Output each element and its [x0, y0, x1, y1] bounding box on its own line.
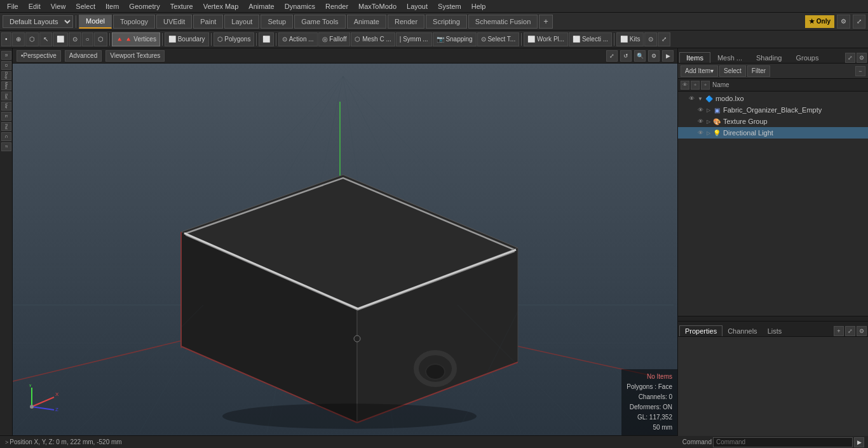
eye-icon-2[interactable]: 👁 [696, 105, 705, 114]
menu-render[interactable]: Render [321, 1, 353, 11]
prop-plus-icon[interactable]: + [834, 326, 844, 336]
filter-button[interactable]: Filter [747, 65, 770, 77]
viewport-icon-expand[interactable]: ▶ [662, 50, 674, 62]
expand-arrow-3[interactable]: ▷ [707, 119, 710, 125]
tree-row-fabric[interactable]: 👁 ▷ ▣ Fabric_Organizer_Black_Empty [678, 104, 868, 116]
tree-row-texture-group[interactable]: 👁 ▷ 🎨 Texture Group [678, 116, 868, 127]
sidebar-icon-1[interactable]: B [1, 51, 11, 60]
tab-scripting[interactable]: Scripting [426, 15, 467, 29]
command-input[interactable] [713, 437, 853, 447]
menu-file[interactable]: File [3, 1, 23, 11]
eye-icon-1[interactable]: 👁 [687, 94, 696, 103]
tab-channels[interactable]: Channels [722, 326, 762, 336]
tab-uvedit[interactable]: UVEdit [156, 15, 192, 29]
tab-topology[interactable]: Topology [113, 15, 155, 29]
tab-model[interactable]: Model [79, 15, 112, 29]
tool-square[interactable]: ⬜ [259, 32, 274, 46]
eye-icon-4[interactable]: 👁 [696, 128, 705, 137]
tab-animate[interactable]: Animate [347, 15, 386, 29]
sidebar-icon-4[interactable]: Mes [1, 81, 11, 90]
status-expand-arrow[interactable]: > [4, 439, 10, 445]
tab-gametools[interactable]: Game Tools [294, 15, 346, 29]
tool-box[interactable]: ⬜ [53, 32, 68, 46]
tool-circle2[interactable]: ⊙ [644, 32, 657, 46]
tree-row-modo-lxo[interactable]: 👁 ▼ 🔷 modo.lxo [678, 93, 868, 104]
expand-arrow-2[interactable]: ▷ [707, 107, 710, 113]
tab-schematic[interactable]: Schematic Fusion [468, 15, 538, 29]
menu-dynamics[interactable]: Dynamics [280, 1, 320, 11]
tool-transform[interactable]: ⊕ [12, 32, 25, 46]
layout-expand-button[interactable]: ⤢ [853, 15, 865, 29]
tab-setup[interactable]: Setup [261, 15, 293, 29]
mesh-button[interactable]: ⬡ Mesh C ... [351, 32, 395, 46]
snapping-button[interactable]: 📷 Snapping [433, 32, 477, 46]
lock-icon[interactable]: + [691, 81, 700, 90]
panel-expand-icon[interactable]: ⤢ [845, 53, 855, 63]
tree-row-directional-light[interactable]: 👁 ▷ 💡 Directional Light [678, 127, 868, 139]
perspective-dropdown[interactable]: • Perspective [17, 50, 61, 62]
panel-settings-icon[interactable]: ⚙ [857, 53, 867, 63]
viewport-icon-arrows[interactable]: ⤢ [606, 50, 618, 62]
menu-layout[interactable]: Layout [402, 1, 432, 11]
viewport-icon-settings[interactable]: ⚙ [648, 50, 660, 62]
sidebar-icon-7[interactable]: E [1, 112, 11, 121]
sidebar-icon-10[interactable]: F [1, 142, 11, 151]
vertices-button[interactable]: 🔺 🔺 Vertices [112, 32, 160, 46]
action-button[interactable]: ⊙ Action ... [278, 32, 317, 46]
select-tool-button[interactable]: ⊙ Select T... [477, 32, 520, 46]
tool-arrow[interactable]: ↖ [39, 32, 52, 46]
tab-mesh[interactable]: Mesh ... [710, 52, 749, 63]
workplane-button[interactable]: ⬜ Work Pl... [524, 32, 568, 46]
advanced-button[interactable]: Advanced [65, 50, 102, 62]
prop-settings-icon[interactable]: ⚙ [857, 326, 867, 336]
menu-vertexmap[interactable]: Vertex Map [199, 1, 243, 11]
eye-icon-3[interactable]: 👁 [696, 117, 705, 126]
selection-button[interactable]: ⬜ Selecti ... [569, 32, 612, 46]
scene-canvas[interactable]: X Y Z No Items Polygons : Face Channels:… [13, 64, 677, 435]
boundary-button[interactable]: ⬜ PerspectiveBoundary [165, 32, 209, 46]
star-only-button[interactable]: ★ Only [805, 15, 834, 28]
tab-plus[interactable]: + [539, 15, 553, 29]
command-go-button[interactable]: ▶ [854, 437, 864, 447]
menu-item[interactable]: Item [101, 1, 123, 11]
tab-paint[interactable]: Paint [193, 15, 223, 29]
falloff-button[interactable]: ◎ Falloff [318, 32, 351, 46]
menu-select[interactable]: Select [71, 1, 100, 11]
viewport-icon-refresh[interactable]: ↺ [620, 50, 632, 62]
menu-geometry[interactable]: Geometry [125, 1, 164, 11]
tool-mesh[interactable]: ⬡ [94, 32, 107, 46]
menu-maxtomodo[interactable]: MaxToModo [354, 1, 401, 11]
tool-select-icon[interactable]: • [1, 32, 11, 46]
add-item-button[interactable]: Add Item ▾ [681, 65, 718, 77]
menu-texture[interactable]: Texture [166, 1, 198, 11]
render-icon[interactable]: + [701, 81, 710, 90]
polygons-button[interactable]: ⬡ Polygons [214, 32, 255, 46]
sidebar-icon-6[interactable]: Ver [1, 102, 11, 111]
expand-arrow-4[interactable]: ▷ [707, 130, 710, 136]
sidebar-icon-9[interactable]: C [1, 132, 11, 141]
kits-button[interactable]: ⬜ Kits [616, 32, 644, 46]
menu-view[interactable]: View [46, 1, 71, 11]
tab-layout[interactable]: Layout [224, 15, 259, 29]
layout-settings-button[interactable]: ⚙ [837, 15, 850, 29]
items-minus-icon[interactable]: − [855, 66, 865, 76]
symmetry-button[interactable]: | Symm ... [396, 32, 432, 46]
tab-groups[interactable]: Groups [789, 52, 825, 63]
menu-animate[interactable]: Animate [244, 1, 278, 11]
prop-expand-icon[interactable]: ⤢ [845, 326, 855, 336]
tab-properties[interactable]: Properties [679, 325, 722, 336]
menu-help[interactable]: Help [467, 1, 491, 11]
viewport-textures-button[interactable]: Viewport Textures [105, 50, 165, 62]
menu-edit[interactable]: Edit [24, 1, 45, 11]
tab-render[interactable]: Render [388, 15, 424, 29]
tab-items[interactable]: Items [679, 52, 710, 63]
tool-expand[interactable]: ⤢ [658, 32, 670, 46]
viewport-icon-search[interactable]: 🔍 [634, 50, 646, 62]
sidebar-icon-2[interactable]: D [1, 61, 11, 70]
expand-arrow-1[interactable]: ▼ [698, 96, 703, 102]
sidebar-icon-3[interactable]: Dup [1, 71, 11, 80]
tool-ring[interactable]: ○ [82, 32, 93, 46]
select-button[interactable]: Select [719, 65, 746, 77]
visibility-icon[interactable]: 👁 [681, 81, 689, 90]
sidebar-icon-5[interactable]: Sel [1, 92, 11, 100]
